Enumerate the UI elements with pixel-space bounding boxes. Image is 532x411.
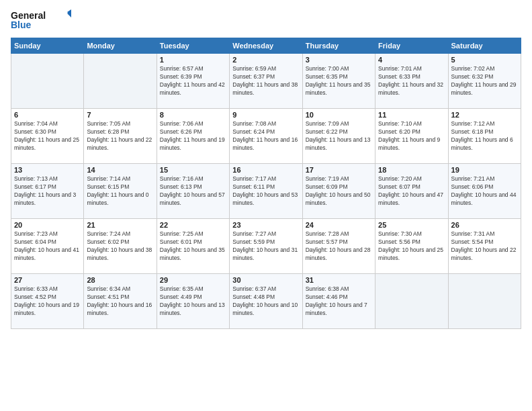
day-number: 2 (232, 56, 299, 64)
day-info: Sunrise: 7:00 AM Sunset: 6:35 PM Dayligh… (306, 65, 372, 97)
day-info: Sunrise: 7:04 AM Sunset: 6:30 PM Dayligh… (14, 120, 81, 152)
day-cell: 4Sunrise: 7:01 AM Sunset: 6:33 PM Daylig… (375, 54, 448, 109)
week-row-1: 1Sunrise: 6:57 AM Sunset: 6:39 PM Daylig… (11, 54, 521, 109)
day-cell: 7Sunrise: 7:05 AM Sunset: 6:28 PM Daylig… (84, 109, 157, 164)
day-cell: 31Sunrise: 6:38 AM Sunset: 4:46 PM Dayli… (302, 274, 375, 329)
weekday-header-wednesday: Wednesday (230, 38, 302, 54)
logo: General Blue (11, 8, 71, 32)
weekday-header-row: SundayMondayTuesdayWednesdayThursdayFrid… (11, 38, 521, 54)
day-info: Sunrise: 7:13 AM Sunset: 6:17 PM Dayligh… (14, 175, 81, 208)
day-info: Sunrise: 6:59 AM Sunset: 6:37 PM Dayligh… (232, 65, 299, 97)
day-cell: 27Sunrise: 6:33 AM Sunset: 4:52 PM Dayli… (11, 274, 84, 329)
day-info: Sunrise: 6:37 AM Sunset: 4:48 PM Dayligh… (232, 285, 299, 318)
day-cell (11, 54, 84, 109)
day-number: 4 (378, 56, 445, 64)
calendar-table: SundayMondayTuesdayWednesdayThursdayFrid… (11, 38, 521, 329)
day-cell: 15Sunrise: 7:16 AM Sunset: 6:13 PM Dayli… (157, 164, 229, 219)
day-info: Sunrise: 7:31 AM Sunset: 5:54 PM Dayligh… (451, 230, 518, 263)
day-info: Sunrise: 7:19 AM Sunset: 6:09 PM Dayligh… (306, 175, 372, 208)
day-info: Sunrise: 7:06 AM Sunset: 6:26 PM Dayligh… (160, 120, 226, 152)
weekday-header-thursday: Thursday (302, 38, 375, 54)
day-info: Sunrise: 7:02 AM Sunset: 6:32 PM Dayligh… (451, 65, 518, 97)
week-row-3: 13Sunrise: 7:13 AM Sunset: 6:17 PM Dayli… (11, 164, 521, 219)
day-cell: 25Sunrise: 7:30 AM Sunset: 5:56 PM Dayli… (375, 219, 448, 274)
day-cell: 9Sunrise: 7:08 AM Sunset: 6:24 PM Daylig… (230, 109, 302, 164)
weekday-header-monday: Monday (84, 38, 157, 54)
day-info: Sunrise: 7:05 AM Sunset: 6:28 PM Dayligh… (87, 120, 153, 152)
svg-text:Blue: Blue (11, 19, 32, 30)
day-info: Sunrise: 7:30 AM Sunset: 5:56 PM Dayligh… (378, 230, 445, 263)
calendar-page: General Blue SundayMondayTuesdayWednesda… (0, 0, 532, 411)
day-number: 26 (451, 221, 518, 229)
day-number: 17 (306, 166, 372, 174)
day-cell: 24Sunrise: 7:28 AM Sunset: 5:57 PM Dayli… (302, 219, 375, 274)
day-info: Sunrise: 6:38 AM Sunset: 4:46 PM Dayligh… (306, 285, 372, 318)
day-info: Sunrise: 7:28 AM Sunset: 5:57 PM Dayligh… (306, 230, 372, 263)
day-cell: 2Sunrise: 6:59 AM Sunset: 6:37 PM Daylig… (230, 54, 302, 109)
day-info: Sunrise: 7:20 AM Sunset: 6:07 PM Dayligh… (378, 175, 445, 208)
day-cell: 6Sunrise: 7:04 AM Sunset: 6:30 PM Daylig… (11, 109, 84, 164)
day-number: 25 (378, 221, 445, 229)
day-info: Sunrise: 7:12 AM Sunset: 6:18 PM Dayligh… (451, 120, 518, 152)
day-cell: 14Sunrise: 7:14 AM Sunset: 6:15 PM Dayli… (84, 164, 157, 219)
day-number: 31 (306, 276, 372, 284)
weekday-header-friday: Friday (375, 38, 448, 54)
day-cell: 11Sunrise: 7:10 AM Sunset: 6:20 PM Dayli… (375, 109, 448, 164)
day-number: 12 (451, 111, 518, 119)
day-cell: 17Sunrise: 7:19 AM Sunset: 6:09 PM Dayli… (302, 164, 375, 219)
day-info: Sunrise: 7:24 AM Sunset: 6:02 PM Dayligh… (87, 230, 153, 263)
day-info: Sunrise: 7:27 AM Sunset: 5:59 PM Dayligh… (232, 230, 299, 263)
day-info: Sunrise: 7:09 AM Sunset: 6:22 PM Dayligh… (306, 120, 372, 152)
day-info: Sunrise: 6:57 AM Sunset: 6:39 PM Dayligh… (160, 65, 226, 97)
day-info: Sunrise: 6:34 AM Sunset: 4:51 PM Dayligh… (87, 285, 153, 318)
day-info: Sunrise: 7:25 AM Sunset: 6:01 PM Dayligh… (160, 230, 226, 263)
header: General Blue (11, 8, 521, 32)
day-cell (375, 274, 448, 329)
day-info: Sunrise: 7:10 AM Sunset: 6:20 PM Dayligh… (378, 120, 445, 152)
day-info: Sunrise: 7:17 AM Sunset: 6:11 PM Dayligh… (232, 175, 299, 208)
day-number: 16 (232, 166, 299, 174)
day-cell: 18Sunrise: 7:20 AM Sunset: 6:07 PM Dayli… (375, 164, 448, 219)
day-number: 1 (160, 56, 226, 64)
day-info: Sunrise: 7:21 AM Sunset: 6:06 PM Dayligh… (451, 175, 518, 208)
day-info: Sunrise: 6:33 AM Sunset: 4:52 PM Dayligh… (14, 285, 81, 318)
day-number: 24 (306, 221, 372, 229)
day-cell: 19Sunrise: 7:21 AM Sunset: 6:06 PM Dayli… (448, 164, 521, 219)
day-cell: 29Sunrise: 6:35 AM Sunset: 4:49 PM Dayli… (157, 274, 229, 329)
day-number: 21 (87, 221, 153, 229)
day-cell: 16Sunrise: 7:17 AM Sunset: 6:11 PM Dayli… (230, 164, 302, 219)
day-number: 18 (378, 166, 445, 174)
day-cell: 10Sunrise: 7:09 AM Sunset: 6:22 PM Dayli… (302, 109, 375, 164)
day-cell: 23Sunrise: 7:27 AM Sunset: 5:59 PM Dayli… (230, 219, 302, 274)
day-cell: 12Sunrise: 7:12 AM Sunset: 6:18 PM Dayli… (448, 109, 521, 164)
day-cell: 28Sunrise: 6:34 AM Sunset: 4:51 PM Dayli… (84, 274, 157, 329)
weekday-header-tuesday: Tuesday (157, 38, 229, 54)
day-number: 15 (160, 166, 226, 174)
day-info: Sunrise: 6:35 AM Sunset: 4:49 PM Dayligh… (160, 285, 226, 318)
day-number: 27 (14, 276, 81, 284)
day-cell: 1Sunrise: 6:57 AM Sunset: 6:39 PM Daylig… (157, 54, 229, 109)
week-row-2: 6Sunrise: 7:04 AM Sunset: 6:30 PM Daylig… (11, 109, 521, 164)
day-number: 28 (87, 276, 153, 284)
day-number: 19 (451, 166, 518, 174)
day-cell: 30Sunrise: 6:37 AM Sunset: 4:48 PM Dayli… (230, 274, 302, 329)
day-number: 13 (14, 166, 81, 174)
day-number: 14 (87, 166, 153, 174)
weekday-header-sunday: Sunday (11, 38, 84, 54)
day-info: Sunrise: 7:14 AM Sunset: 6:15 PM Dayligh… (87, 175, 153, 208)
day-number: 23 (232, 221, 299, 229)
day-info: Sunrise: 7:16 AM Sunset: 6:13 PM Dayligh… (160, 175, 226, 208)
day-info: Sunrise: 7:08 AM Sunset: 6:24 PM Dayligh… (232, 120, 299, 152)
day-number: 29 (160, 276, 226, 284)
day-number: 3 (306, 56, 372, 64)
day-cell: 21Sunrise: 7:24 AM Sunset: 6:02 PM Dayli… (84, 219, 157, 274)
day-number: 7 (87, 111, 153, 119)
day-cell (448, 274, 521, 329)
day-info: Sunrise: 7:01 AM Sunset: 6:33 PM Dayligh… (378, 65, 445, 97)
day-number: 11 (378, 111, 445, 119)
day-info: Sunrise: 7:23 AM Sunset: 6:04 PM Dayligh… (14, 230, 81, 263)
day-number: 20 (14, 221, 81, 229)
day-cell: 13Sunrise: 7:13 AM Sunset: 6:17 PM Dayli… (11, 164, 84, 219)
week-row-5: 27Sunrise: 6:33 AM Sunset: 4:52 PM Dayli… (11, 274, 521, 329)
day-number: 8 (160, 111, 226, 119)
